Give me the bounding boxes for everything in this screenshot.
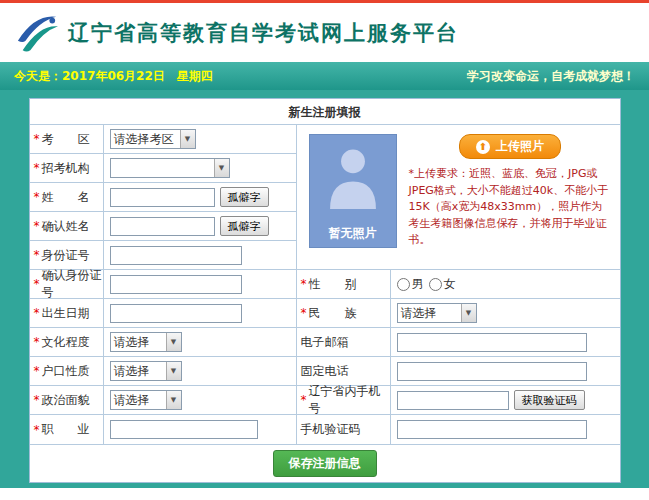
form-row: * 身份证号 <box>30 241 296 270</box>
required-mark: * <box>34 248 40 262</box>
landline-input[interactable] <box>397 362 587 381</box>
photo-upload-area: ⬆ 上传照片 *上传要求：近照、蓝底、免冠，JPG或JPEG格式，大小不能超过4… <box>397 134 612 263</box>
label-text: 户口性质 <box>42 363 90 380</box>
confirm-id-label: * 确认身份证号 <box>30 270 104 298</box>
form-row: * 政治面貌 请选择 ▼ <box>30 386 296 415</box>
required-mark: * <box>34 277 40 291</box>
form-row: * 民 族 请选择 ▼ <box>297 299 620 328</box>
label-text: 确认身份证号 <box>42 267 103 301</box>
recruit-org-label: * 招考机构 <box>30 154 104 182</box>
no-photo-label: 暂无照片 <box>310 225 396 242</box>
form-body: * 考 区 请选择考区 ▼ * 招考机构 <box>30 125 620 444</box>
chevron-down-icon: ▼ <box>166 333 181 351</box>
label-text: 政治面貌 <box>42 392 90 409</box>
info-bar: 今天是：2017年06月22日 星期四 学习改变命运，自考成就梦想！ <box>0 62 649 90</box>
form-left-column: * 考 区 请选择考区 ▼ * 招考机构 <box>30 125 296 444</box>
mobile-label: * 辽宁省内手机号 <box>297 386 391 414</box>
rare-char-button[interactable]: 孤僻字 <box>220 187 269 207</box>
education-select[interactable]: 请选择 ▼ <box>110 332 182 352</box>
slogan-text: 学习改变命运，自考成就梦想！ <box>467 68 635 85</box>
landline-label: 固定电话 <box>297 357 391 385</box>
select-value: 请选择 <box>111 392 166 409</box>
form-row: * 考 区 请选择考区 ▼ <box>30 125 296 154</box>
upload-arrow-icon: ⬆ <box>476 140 490 154</box>
education-field: 请选择 ▼ <box>104 328 296 356</box>
exam-area-select[interactable]: 请选择考区 ▼ <box>110 129 196 149</box>
occupation-input[interactable] <box>110 420 258 439</box>
form-row: * 文化程度 请选择 ▼ <box>30 328 296 357</box>
label-text: 手机验证码 <box>301 421 361 438</box>
id-number-label: * 身份证号 <box>30 241 104 269</box>
form-row: * 确认身份证号 <box>30 270 296 299</box>
ethnicity-field: 请选择 ▼ <box>391 299 620 327</box>
ethnicity-select[interactable]: 请选择 ▼ <box>397 303 477 323</box>
label-text: 确认姓名 <box>42 218 90 235</box>
form-title: 新生注册填报 <box>30 99 620 125</box>
form-row: 固定电话 <box>297 357 620 386</box>
upload-requirements-text: *上传要求：近照、蓝底、免冠，JPG或JPEG格式，大小不能超过40k、不能小于… <box>409 166 612 249</box>
form-row: * 性 别 男 女 <box>297 270 620 299</box>
confirm-name-input[interactable] <box>110 217 215 236</box>
required-mark: * <box>34 306 40 320</box>
household-label: * 户口性质 <box>30 357 104 385</box>
photo-section: 暂无照片 ⬆ 上传照片 *上传要求：近照、蓝底、免冠，JPG或JPEG格式，大小… <box>297 125 620 270</box>
rare-char-button[interactable]: 孤僻字 <box>220 216 269 236</box>
sms-code-field <box>391 415 620 444</box>
label-text: 身份证号 <box>42 247 90 264</box>
form-row: * 辽宁省内手机号 获取验证码 <box>297 386 620 415</box>
form-row: * 确认姓名 孤僻字 <box>30 212 296 241</box>
occupation-field <box>104 415 296 444</box>
confirm-id-input[interactable] <box>110 275 242 294</box>
get-captcha-button[interactable]: 获取验证码 <box>514 390 585 410</box>
gender-label: * 性 别 <box>297 270 391 298</box>
political-label: * 政治面貌 <box>30 386 104 414</box>
gender-female-option[interactable]: 女 <box>429 276 456 293</box>
form-row: * 户口性质 请选择 ▼ <box>30 357 296 386</box>
household-select[interactable]: 请选择 ▼ <box>110 361 182 381</box>
landline-field <box>391 357 620 385</box>
mobile-input[interactable] <box>397 391 509 410</box>
birth-date-field <box>104 299 296 327</box>
ethnicity-label: * 民 族 <box>297 299 391 327</box>
mobile-field: 获取验证码 <box>391 386 620 414</box>
label-text: 性 别 <box>309 276 357 293</box>
upload-photo-label: 上传照片 <box>496 138 544 155</box>
political-select[interactable]: 请选择 ▼ <box>110 390 182 410</box>
select-value: 请选择 <box>111 334 166 351</box>
form-row: * 出生日期 <box>30 299 296 328</box>
page: 辽宁省高等教育自学考试网上服务平台 今天是：2017年06月22日 星期四 学习… <box>0 0 649 500</box>
save-button[interactable]: 保存注册信息 <box>273 450 377 477</box>
upload-photo-button[interactable]: ⬆ 上传照片 <box>459 134 561 159</box>
name-label: * 姓 名 <box>30 183 104 211</box>
person-silhouette-icon <box>325 143 381 209</box>
sms-code-input[interactable] <box>397 420 587 439</box>
gender-male-label: 男 <box>412 276 424 293</box>
education-label: * 文化程度 <box>30 328 104 356</box>
form-right-column: 暂无照片 ⬆ 上传照片 *上传要求：近照、蓝底、免冠，JPG或JPEG格式，大小… <box>296 125 620 444</box>
name-input[interactable] <box>110 188 215 207</box>
form-row: * 职 业 <box>30 415 296 444</box>
gender-female-radio[interactable] <box>429 278 442 291</box>
form-row: * 招考机构 ▼ <box>30 154 296 183</box>
recruit-org-select[interactable]: ▼ <box>110 158 230 178</box>
gender-male-option[interactable]: 男 <box>397 276 424 293</box>
household-field: 请选择 ▼ <box>104 357 296 385</box>
label-text: 招考机构 <box>42 160 90 177</box>
footer <box>0 488 649 500</box>
select-value: 请选择 <box>111 363 166 380</box>
occupation-label: * 职 业 <box>30 415 104 444</box>
id-number-input[interactable] <box>110 246 242 265</box>
name-field: 孤僻字 <box>104 183 296 211</box>
registration-form-panel: 新生注册填报 * 考 区 请选择考区 ▼ <box>29 98 621 483</box>
birth-date-input[interactable] <box>110 304 242 323</box>
label-text: 姓 名 <box>42 189 90 206</box>
required-mark: * <box>34 423 40 437</box>
form-row: 手机验证码 <box>297 415 620 444</box>
label-text: 民 族 <box>309 305 357 322</box>
email-input[interactable] <box>397 333 587 352</box>
birth-date-label: * 出生日期 <box>30 299 104 327</box>
label-text: 文化程度 <box>42 334 90 351</box>
label-text: 固定电话 <box>301 363 349 380</box>
required-mark: * <box>301 277 307 291</box>
gender-male-radio[interactable] <box>397 278 410 291</box>
